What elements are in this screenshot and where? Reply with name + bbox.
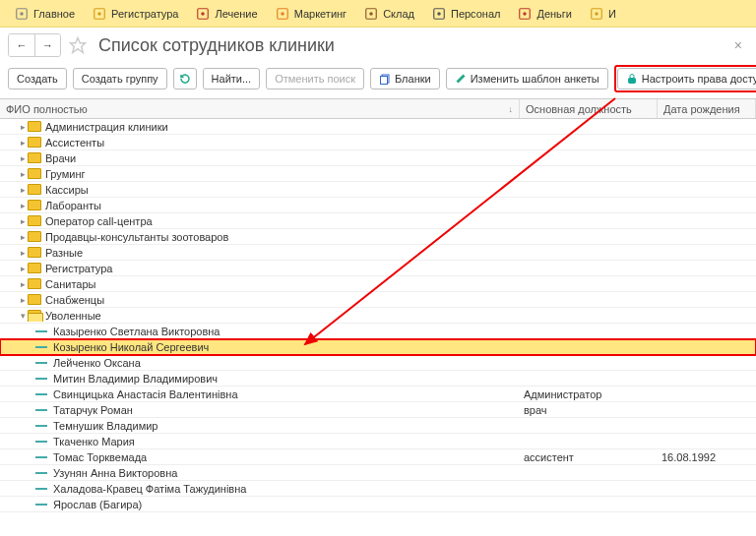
- topmenu-icon: [432, 7, 446, 21]
- person-row[interactable]: Козыренко Николай Сергеевич: [0, 339, 756, 355]
- column-position[interactable]: Основная должность: [520, 99, 658, 118]
- create-button[interactable]: Создать: [8, 68, 67, 89]
- folder-icon: [28, 294, 41, 305]
- cell-name: Казыренко Светлана Викторовна: [0, 326, 520, 337]
- folder-icon: [28, 152, 41, 163]
- access-rights-highlight: Настроить права доступа: [614, 65, 756, 92]
- person-row[interactable]: Казыренко Светлана Викторовна: [0, 324, 756, 339]
- folder-icon: [28, 247, 41, 258]
- topmenu-icon: [364, 7, 378, 21]
- sort-indicator-icon: ↓: [509, 104, 514, 114]
- cell-name: ▸Оператор call-центра: [0, 215, 520, 227]
- expander-icon[interactable]: ▸: [18, 279, 28, 289]
- edit-template-button[interactable]: Изменить шаблон анкеты: [446, 68, 608, 89]
- person-row[interactable]: Свинцицька Анастасія ВалентинівнаАдминис…: [0, 387, 756, 402]
- nav-back-button[interactable]: ←: [9, 34, 34, 56]
- expander-icon[interactable]: ▸: [18, 169, 28, 179]
- cancel-search-button[interactable]: Отменить поиск: [266, 68, 364, 89]
- topmenu-label: Главное: [33, 8, 75, 20]
- person-row[interactable]: Томас Торквемадаассистент16.08.1992: [0, 449, 756, 465]
- row-name-text: Казыренко Светлана Викторовна: [53, 326, 220, 337]
- expander-icon[interactable]: ▸: [18, 122, 28, 132]
- folder-row[interactable]: ▸Санитары: [0, 276, 756, 292]
- folder-icon: [28, 184, 41, 195]
- folder-row[interactable]: ▸Груминг: [0, 166, 756, 182]
- folder-row[interactable]: ▸Продавцы-консультанты зоотоваров: [0, 229, 756, 245]
- item-icon: [35, 346, 47, 348]
- topmenu-Регистратура[interactable]: Регистратура: [84, 0, 187, 27]
- cell-name: Темнушик Владимир: [0, 420, 520, 432]
- folder-row[interactable]: ▸Врачи: [0, 150, 756, 166]
- blanks-button[interactable]: Бланки: [370, 68, 440, 89]
- svg-marker-16: [71, 38, 86, 53]
- topmenu-icon: [15, 7, 29, 21]
- topmenu-label: Регистратура: [111, 8, 178, 20]
- topmenu-Персонал[interactable]: Персонал: [423, 0, 510, 27]
- row-name-text: Продавцы-консультанты зоотоваров: [45, 231, 228, 243]
- cell-dob: 16.08.1992: [658, 451, 756, 463]
- person-row[interactable]: Темнушик Владимир: [0, 418, 756, 434]
- close-button[interactable]: ×: [728, 37, 748, 53]
- folder-row[interactable]: ▸Администрация клиники: [0, 119, 756, 135]
- favorite-star-icon[interactable]: [67, 34, 89, 56]
- person-row[interactable]: Митин Владимир Владимирович: [0, 371, 756, 387]
- svg-point-7: [281, 12, 284, 16]
- item-icon: [35, 425, 47, 427]
- page-title: Список сотрудников клиники: [98, 35, 723, 56]
- header-row: ← → Список сотрудников клиники ×: [0, 28, 756, 61]
- folder-row[interactable]: ▸Разные: [0, 245, 756, 261]
- row-name-text: Ассистенты: [45, 137, 104, 149]
- topmenu-Маркетинг[interactable]: Маркетинг: [267, 0, 355, 27]
- person-row[interactable]: Ярослав (Багира): [0, 497, 756, 512]
- svg-point-11: [437, 12, 441, 16]
- expander-icon[interactable]: ▾: [18, 311, 28, 321]
- topmenu-Деньги[interactable]: Деньги: [509, 0, 581, 27]
- find-button[interactable]: Найти...: [203, 68, 261, 89]
- topmenu-label: Персонал: [451, 8, 501, 20]
- topmenu-Главное[interactable]: Главное: [6, 0, 84, 27]
- column-dob[interactable]: Дата рождения: [658, 99, 756, 118]
- expander-icon[interactable]: ▸: [18, 153, 28, 163]
- folder-row[interactable]: ▸Снабженцы: [0, 292, 756, 308]
- topmenu-Лечение[interactable]: Лечение: [187, 0, 266, 27]
- nav-forward-button[interactable]: →: [34, 34, 60, 56]
- access-rights-button[interactable]: Настроить права доступа: [617, 68, 756, 89]
- row-name-text: Митин Владимир Владимирович: [53, 373, 218, 385]
- row-name-text: Разные: [45, 247, 83, 259]
- folder-row[interactable]: ▸Кассиры: [0, 182, 756, 198]
- expander-icon[interactable]: ▸: [18, 264, 28, 273]
- person-row[interactable]: Ткаченко Мария: [0, 434, 756, 449]
- expander-icon[interactable]: ▸: [18, 216, 28, 226]
- topmenu-label: И: [608, 8, 616, 20]
- create-group-button[interactable]: Создать группу: [73, 68, 167, 89]
- cell-name: Лейченко Оксана: [0, 357, 520, 369]
- topmenu-label: Склад: [383, 8, 414, 20]
- folder-row[interactable]: ▸Регистратура: [0, 261, 756, 276]
- expander-icon[interactable]: ▸: [18, 185, 28, 195]
- folder-row[interactable]: ▸Ассистенты: [0, 135, 756, 150]
- row-name-text: Лаборанты: [45, 200, 101, 211]
- row-name-text: Узунян Анна Викторовна: [53, 467, 177, 479]
- expander-icon[interactable]: ▸: [18, 138, 28, 148]
- cell-name: Татарчук Роман: [0, 404, 520, 416]
- folder-row[interactable]: ▸Лаборанты: [0, 198, 756, 213]
- person-row[interactable]: Татарчук Романврач: [0, 402, 756, 418]
- expander-icon[interactable]: ▸: [18, 248, 28, 258]
- column-name[interactable]: ФИО полностью ↓: [0, 99, 520, 118]
- person-row[interactable]: Лейченко Оксана: [0, 355, 756, 371]
- person-row[interactable]: Халадова-Кравец Фатіма Тажудинівна: [0, 481, 756, 497]
- refresh-button[interactable]: [173, 68, 197, 89]
- expander-icon[interactable]: ▸: [18, 201, 28, 210]
- folder-row[interactable]: ▾Уволенные: [0, 308, 756, 324]
- person-row[interactable]: Узунян Анна Викторовна: [0, 465, 756, 481]
- cell-name: ▸Регистратура: [0, 263, 520, 274]
- topmenu-Склад[interactable]: Склад: [355, 0, 423, 27]
- nav-buttons: ← →: [8, 33, 61, 57]
- item-icon: [35, 488, 47, 490]
- expander-icon[interactable]: ▸: [18, 295, 28, 305]
- expander-icon[interactable]: ▸: [18, 232, 28, 242]
- folder-row[interactable]: ▸Оператор call-центра: [0, 213, 756, 229]
- row-name-text: Лейченко Оксана: [53, 357, 141, 369]
- svg-point-9: [369, 12, 373, 16]
- topmenu-И[interactable]: И: [581, 0, 625, 27]
